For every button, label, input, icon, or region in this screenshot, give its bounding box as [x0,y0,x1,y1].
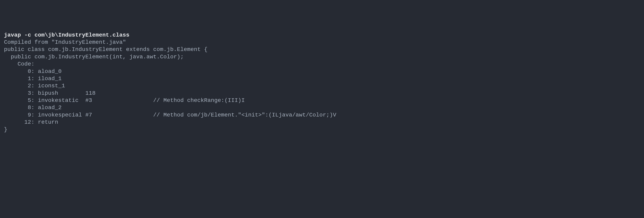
output-line: 8: aload_2 [4,104,62,111]
output-line: 2: iconst_1 [4,83,65,89]
output-line: Compiled from "IndustryElement.java" [4,39,126,45]
terminal-output: javap -c com\jb\IndustryElement.class Co… [4,32,640,133]
output-line: Code: [4,61,34,67]
output-line: 12: return [4,119,58,125]
output-line: 9: invokespecial #7 // Method com/jb/Ele… [4,112,336,118]
output-line: 5: invokestatic #3 // Method checkRange:… [4,97,245,103]
output-line: 1: iload_1 [4,75,62,82]
command-line: javap -c com\jb\IndustryElement.class [4,32,130,38]
output-line: public class com.jb.IndustryElement exte… [4,46,208,53]
output-line: public com.jb.IndustryElement(int, java.… [4,54,184,60]
output-line: } [4,127,8,133]
output-line: 0: aload_0 [4,68,62,74]
output-line: 3: bipush 118 [4,90,96,96]
